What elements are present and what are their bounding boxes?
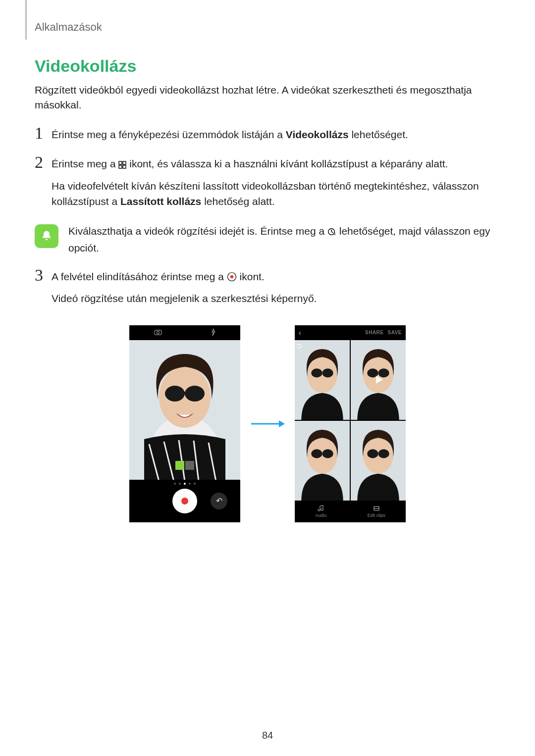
breadcrumb: Alkalmazások [35, 21, 500, 34]
svg-marker-32 [376, 376, 383, 384]
svg-point-34 [307, 438, 337, 473]
collage-cell [295, 421, 350, 501]
svg-point-39 [367, 449, 378, 458]
step3-line1-a: A felvétel elindításához érintse meg a [52, 271, 227, 282]
phone-camera: ↶ [129, 325, 240, 522]
svg-point-11 [157, 331, 159, 334]
svg-line-6 [331, 232, 333, 233]
collage-cell [351, 340, 406, 420]
grid-icon [118, 157, 126, 173]
svg-point-35 [311, 449, 322, 458]
play-icon[interactable] [351, 340, 406, 420]
svg-rect-10 [155, 330, 161, 335]
step-number: 2 [35, 154, 52, 171]
svg-point-26 [311, 368, 322, 377]
step3-line1-b: ikont. [240, 271, 265, 282]
edit-clips-button[interactable]: Edit clips [368, 505, 385, 518]
step1-text-b: lehetőséget. [349, 129, 408, 140]
step-2: 2 Érintse meg a ikont, és válassza ki a … [35, 156, 500, 214]
svg-point-19 [165, 386, 185, 402]
back-icon[interactable]: ‹ [299, 329, 301, 337]
step-1: 1 Érintse meg a fényképezési üzemmódok l… [35, 127, 500, 148]
svg-point-40 [378, 449, 389, 458]
svg-rect-2 [119, 165, 122, 168]
svg-marker-23 [279, 420, 285, 427]
undo-button[interactable]: ↶ [211, 493, 227, 509]
camera-switch-icon [154, 329, 162, 336]
timer-icon: 6 [327, 225, 336, 241]
step3-line2: Videó rögzítése után megjelenik a szerke… [52, 291, 500, 306]
bell-icon [35, 224, 58, 248]
collage-cell [295, 340, 350, 420]
svg-rect-3 [123, 165, 126, 168]
svg-point-36 [322, 449, 333, 458]
svg-text:6: 6 [334, 232, 336, 236]
note: Kiválaszthatja a videók rögzítési idejét… [35, 223, 500, 256]
phone-editor: ‹ SHARE SAVE [295, 325, 406, 522]
page-number: 84 [0, 730, 535, 741]
figure-row: ↶ ‹ SHARE SAVE [35, 325, 500, 522]
flash-icon [211, 329, 216, 337]
step-number: 3 [35, 267, 52, 284]
svg-point-27 [322, 368, 333, 377]
audio-button[interactable]: Audio [315, 505, 326, 518]
step2-line1-a: Érintse meg a [52, 158, 118, 169]
step2-line1-b: ikont, és válassza ki a használni kívánt… [129, 158, 448, 169]
collage-layout-selector [174, 455, 195, 476]
step2-line2-b: lehetőség alatt. [201, 196, 274, 207]
record-button[interactable] [172, 489, 197, 513]
note-text-a: Kiválaszthatja a videók rögzítési idejét… [68, 225, 327, 237]
section-title: Videokollázs [35, 56, 500, 76]
save-button[interactable]: SAVE [388, 330, 402, 335]
step-3: 3 A felvétel elindításához érintse meg a… [35, 269, 500, 311]
arrow-icon [250, 419, 285, 429]
svg-rect-0 [119, 161, 122, 164]
svg-point-38 [363, 438, 393, 473]
svg-point-9 [230, 275, 233, 278]
svg-rect-1 [123, 161, 126, 164]
svg-point-20 [185, 386, 205, 402]
step2-line2-bold: Lassított kollázs [120, 196, 201, 207]
collage-cell [351, 421, 406, 501]
cell-switch-icon [297, 342, 303, 351]
step1-text-a: Érintse meg a fényképezési üzemmódok lis… [52, 129, 286, 140]
svg-point-25 [307, 357, 337, 393]
record-icon [227, 270, 237, 286]
step-number: 1 [35, 125, 52, 142]
share-button[interactable]: SHARE [365, 330, 384, 335]
svg-rect-21 [183, 392, 187, 394]
intro-text: Rögzített videókból egyedi videokollázst… [35, 83, 500, 113]
step1-bold: Videokollázs [286, 129, 349, 140]
